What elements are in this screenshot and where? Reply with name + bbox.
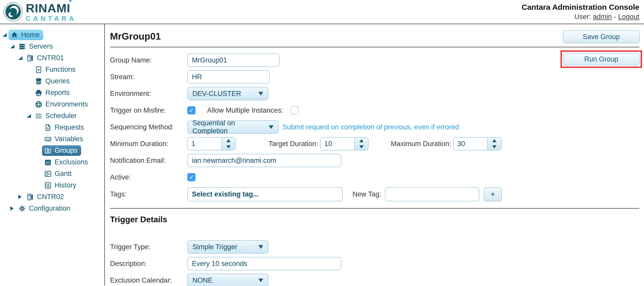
notification-email-input[interactable] (187, 154, 341, 167)
form-row-group-name: Group Name: (110, 53, 639, 67)
trigger-details-heading: Trigger Details (110, 215, 639, 224)
stream-input[interactable] (188, 71, 270, 83)
group-name-input[interactable] (187, 53, 279, 67)
sidebar-tree: Home Servers CNTR01 Functions Queries (0, 24, 105, 285)
run-group-button[interactable]: Run Group (563, 53, 640, 66)
sidebar-item-cntr01[interactable]: CNTR01 (0, 52, 104, 64)
home-selected-pill[interactable]: Home (9, 30, 43, 40)
groups-folder-icon (44, 147, 52, 155)
increment-button[interactable] (355, 138, 368, 144)
form-row-description: Description: (110, 257, 639, 270)
chevron-down-icon (269, 125, 274, 129)
console-title: Cantara Administration Console (522, 3, 639, 12)
notification-email-label: Notification Email: (110, 157, 187, 165)
stream-combobox (187, 70, 270, 84)
trigger-type-select[interactable]: Simple Trigger (187, 240, 268, 254)
requests-icon (44, 124, 52, 131)
page-title: MrGroup01 (110, 31, 639, 42)
increment-button[interactable] (488, 138, 501, 144)
new-tag-label: New Tag: (352, 190, 381, 198)
decrement-button[interactable] (355, 144, 368, 150)
expand-arrow-icon[interactable] (3, 33, 7, 37)
form-row-tags: Tags: New Tag: + (110, 187, 639, 201)
groups-selected-pill[interactable]: Groups (42, 145, 81, 156)
scheduler-icon (35, 112, 43, 120)
reports-icon (35, 89, 43, 97)
expand-arrow-icon[interactable] (27, 114, 31, 118)
environment-label: Environment: (110, 90, 187, 98)
tags-input[interactable] (187, 187, 343, 201)
active-checkbox[interactable] (187, 173, 196, 181)
brand: RINAMI CANTARA (3, 2, 77, 22)
spinner-buttons (487, 138, 501, 150)
title-divider (110, 47, 639, 47)
active-label: Active: (110, 173, 187, 181)
decrement-button[interactable] (222, 144, 235, 150)
environments-icon (35, 101, 43, 108)
functions-icon (35, 66, 43, 74)
minimum-duration-spinner (187, 137, 236, 150)
chevron-down-icon (258, 92, 263, 96)
sidebar-item-requests[interactable]: Requests (0, 122, 104, 133)
allow-multiple-instances-checkbox[interactable] (291, 106, 299, 114)
chevron-down-icon (258, 279, 263, 282)
header-right: Cantara Administration Console User: adm… (522, 3, 639, 21)
trigger-on-misfire-checkbox[interactable] (187, 106, 196, 114)
target-duration-input[interactable] (321, 138, 354, 150)
form-row-active: Active: (110, 171, 639, 184)
spinner-buttons (354, 138, 368, 150)
decrement-button[interactable] (488, 144, 501, 150)
arrow-up-icon (492, 139, 497, 142)
exclusion-calendar-select[interactable]: NONE (187, 274, 268, 286)
sidebar-item-functions[interactable]: Functions (0, 64, 104, 75)
sidebar-item-configuration[interactable]: Configuration (0, 203, 104, 214)
user-link[interactable]: admin (593, 13, 612, 21)
configuration-gear-icon (18, 205, 26, 212)
sidebar-item-environments[interactable]: Environments (0, 99, 104, 110)
sidebar-item-home[interactable]: Home (0, 29, 104, 41)
group-form: Group Name: Stream: Environment: DEV-CLU… (110, 53, 639, 286)
minimum-duration-label: Minimum Duration: (110, 140, 187, 148)
section-divider (110, 208, 639, 209)
collapse-arrow-icon[interactable] (10, 206, 14, 211)
exclusions-calendar-icon (44, 158, 52, 166)
arrow-down-icon (359, 145, 364, 148)
sequencing-method-select[interactable]: Sequential on Completion (187, 120, 279, 134)
group-name-label: Group Name: (110, 56, 187, 64)
increment-button[interactable] (222, 138, 235, 144)
environment-value: DEV-CLUSTER (192, 90, 241, 98)
expand-arrow-icon[interactable] (18, 56, 22, 60)
form-row-misfire: Trigger on Misfire: Allow Multiple Insta… (110, 104, 639, 117)
sidebar-item-servers[interactable]: Servers (0, 41, 104, 52)
arrow-up-icon (359, 139, 364, 142)
new-tag-input[interactable] (385, 187, 479, 201)
sidebar-item-scheduler[interactable]: Scheduler (0, 110, 104, 122)
history-icon (44, 182, 52, 189)
servers-icon (18, 43, 26, 50)
sequencing-method-label: Sequencing Method: (110, 123, 187, 131)
sidebar-item-exclusions[interactable]: Exclusions (0, 156, 104, 168)
maximum-duration-input[interactable] (454, 138, 487, 150)
logout-link[interactable]: Logout (618, 13, 639, 21)
chevron-down-icon (258, 245, 263, 249)
brand-name: RINAMI (26, 2, 70, 14)
sidebar-item-groups[interactable]: Groups (0, 145, 104, 156)
user-separator: - (614, 13, 616, 21)
save-group-button[interactable]: Save Group (563, 30, 640, 43)
sidebar-item-queries[interactable]: Queries (0, 75, 104, 87)
sidebar-item-history[interactable]: History (0, 180, 104, 191)
minimum-duration-input[interactable] (188, 138, 221, 150)
gantt-icon (44, 170, 52, 178)
sidebar-item-variables[interactable]: Variables (0, 133, 104, 145)
environment-select[interactable]: DEV-CLUSTER (187, 87, 268, 100)
sidebar-item-gantt[interactable]: Gantt (0, 168, 104, 180)
form-row-stream: Stream: (110, 70, 639, 84)
arrow-down-icon (226, 145, 231, 148)
sidebar-item-cntr02[interactable]: CNTR02 (0, 191, 104, 203)
add-tag-button[interactable]: + (484, 187, 502, 201)
server-icon (26, 193, 34, 201)
collapse-arrow-icon[interactable] (18, 195, 22, 199)
description-input[interactable] (187, 257, 341, 270)
sidebar-item-reports[interactable]: Reports (0, 87, 104, 99)
expand-arrow-icon[interactable] (10, 44, 14, 48)
